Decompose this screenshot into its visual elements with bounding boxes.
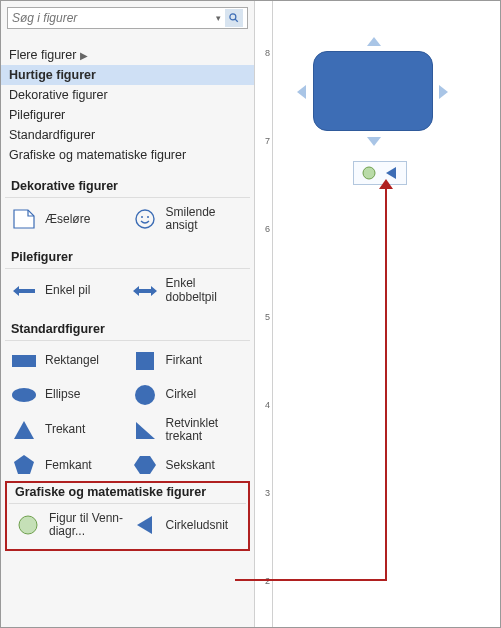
ruler-tick: 6 <box>265 224 270 234</box>
category-decorative[interactable]: Dekorative figurer <box>1 85 254 105</box>
search-dropdown-icon[interactable]: ▾ <box>214 13 223 23</box>
hexagon-icon <box>132 453 158 477</box>
category-quick-shapes[interactable]: Hurtige figurer <box>1 65 254 85</box>
popup-pie-slice-icon[interactable] <box>384 166 398 180</box>
category-math[interactable]: Grafiske og matematiske figurer <box>1 145 254 165</box>
svg-rect-6 <box>136 352 154 370</box>
svg-point-2 <box>136 210 154 228</box>
svg-line-1 <box>235 19 238 22</box>
ruler-tick: 7 <box>265 136 270 146</box>
section-standard: Standardfigurer Rektangel Firkant Ellips… <box>5 322 250 481</box>
ruler-tick: 8 <box>265 48 270 58</box>
search-icon <box>228 12 240 24</box>
shape-triangle[interactable]: Trekant <box>7 413 128 447</box>
autoconnect-arrow-right[interactable] <box>439 85 448 99</box>
shape-venn[interactable]: Figur til Venn-diagr... <box>11 508 128 542</box>
popup-venn-icon[interactable] <box>362 166 376 180</box>
smiley-icon <box>132 207 158 231</box>
svg-point-0 <box>230 14 236 20</box>
section-header: Grafiske og matematiske figurer <box>9 485 246 504</box>
svg-point-3 <box>141 216 143 218</box>
rectangle-icon <box>11 349 37 373</box>
dog-ear-icon <box>11 207 37 231</box>
svg-point-7 <box>12 388 36 402</box>
ruler-tick: 3 <box>265 488 270 498</box>
highlighted-section: Grafiske og matematiske figurer Figur ti… <box>5 481 250 550</box>
double-arrow-icon <box>132 279 158 303</box>
category-arrows[interactable]: Pilefigurer <box>1 105 254 125</box>
autoconnect-arrow-left[interactable] <box>297 85 306 99</box>
search-button[interactable] <box>225 9 243 27</box>
ruler-tick: 2 <box>265 576 270 586</box>
svg-point-8 <box>135 385 155 405</box>
pie-slice-icon <box>132 513 158 537</box>
section-arrows: Pilefigurer Enkel pil Enkel dobbeltpil <box>5 250 250 307</box>
shape-right-triangle[interactable]: Retvinklet trekant <box>128 413 249 447</box>
venn-icon <box>15 513 41 537</box>
search-container: ▾ <box>7 7 248 29</box>
ellipse-icon <box>11 383 37 407</box>
vertical-ruler: 8 7 6 5 4 3 2 <box>255 1 273 627</box>
pentagon-icon <box>11 453 37 477</box>
shape-ellipse[interactable]: Ellipse <box>7 379 128 411</box>
drawing-canvas[interactable] <box>273 1 500 627</box>
svg-point-4 <box>147 216 149 218</box>
shape-circle[interactable]: Cirkel <box>128 379 249 411</box>
shape-square[interactable]: Firkant <box>128 345 249 377</box>
circle-icon <box>132 383 158 407</box>
shape-smiley[interactable]: Smilende ansigt <box>128 202 249 236</box>
category-list: Flere figurer ▶ Hurtige figurer Dekorati… <box>1 45 254 165</box>
shape-pentagon[interactable]: Femkant <box>7 449 128 481</box>
category-standard[interactable]: Standardfigurer <box>1 125 254 145</box>
square-icon <box>132 349 158 373</box>
section-header: Pilefigurer <box>5 250 250 269</box>
svg-point-9 <box>19 516 37 534</box>
shape-double-arrow[interactable]: Enkel dobbeltpil <box>128 273 249 307</box>
section-header: Dekorative figurer <box>5 179 250 198</box>
section-math: Grafiske og matematiske figurer Figur ti… <box>9 485 246 542</box>
shape-dog-ear[interactable]: Æseløre <box>7 202 128 236</box>
right-triangle-icon <box>132 418 158 442</box>
triangle-icon <box>11 418 37 442</box>
app-frame: ▾ Flere figurer ▶ Hurtige figurer Dekora… <box>0 0 501 628</box>
shape-rectangle[interactable]: Rektangel <box>7 345 128 377</box>
ruler-tick: 5 <box>265 312 270 322</box>
shapes-sections: Dekorative figurer Æseløre Smilende ansi… <box>1 165 254 627</box>
shape-hexagon[interactable]: Sekskant <box>128 449 249 481</box>
section-header: Standardfigurer <box>5 322 250 341</box>
callout-line-vertical <box>385 181 387 581</box>
callout-line-horizontal <box>235 579 387 581</box>
shape-simple-arrow[interactable]: Enkel pil <box>7 273 128 307</box>
shape-pie-slice[interactable]: Cirkeludsnit <box>128 508 245 542</box>
search-input[interactable] <box>12 11 214 25</box>
chevron-right-icon: ▶ <box>80 50 88 61</box>
shapes-panel: ▾ Flere figurer ▶ Hurtige figurer Dekora… <box>1 1 255 627</box>
svg-rect-5 <box>12 355 36 367</box>
simple-arrow-icon <box>11 279 37 303</box>
ruler-tick: 4 <box>265 400 270 410</box>
svg-point-10 <box>363 167 375 179</box>
rounded-rectangle-shape[interactable] <box>313 51 433 131</box>
autoconnect-arrow-down[interactable] <box>367 137 381 146</box>
more-shapes-row[interactable]: Flere figurer ▶ <box>1 45 254 65</box>
autoconnect-arrow-up[interactable] <box>367 37 381 46</box>
section-decorative: Dekorative figurer Æseløre Smilende ansi… <box>5 179 250 236</box>
